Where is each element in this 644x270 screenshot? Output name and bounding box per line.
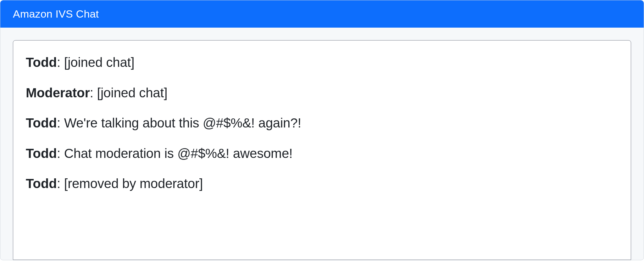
chat-username: Todd (26, 176, 57, 191)
panel-title: Amazon IVS Chat (0, 0, 644, 28)
chat-username: Todd (26, 146, 57, 161)
chat-text: [joined chat] (64, 55, 135, 70)
chat-log: Todd: [joined chat] Moderator: [joined c… (13, 40, 631, 260)
chat-separator: : (57, 146, 64, 161)
chat-message: Todd: [joined chat] (26, 54, 618, 71)
chat-separator: : (90, 85, 97, 100)
chat-separator: : (57, 116, 64, 130)
chat-username: Todd (26, 116, 57, 130)
chat-text: We're talking about this @#$%&! again?! (64, 116, 301, 130)
chat-message: Todd: Chat moderation is @#$%&! awesome! (26, 145, 618, 162)
chat-username: Moderator (26, 85, 90, 100)
chat-message: Todd: [removed by moderator] (26, 176, 618, 192)
chat-text: Chat moderation is @#$%&! awesome! (64, 146, 293, 161)
chat-message: Moderator: [joined chat] (26, 85, 618, 101)
chat-message: Todd: We're talking about this @#$%&! ag… (26, 115, 618, 132)
chat-text: [removed by moderator] (64, 176, 203, 191)
chat-text: [joined chat] (97, 85, 168, 100)
chat-username: Todd (26, 55, 57, 70)
panel-body: Todd: [joined chat] Moderator: [joined c… (0, 28, 644, 260)
chat-separator: : (57, 55, 64, 70)
chat-panel: Amazon IVS Chat Todd: [joined chat] Mode… (0, 0, 644, 260)
chat-separator: : (57, 176, 64, 191)
